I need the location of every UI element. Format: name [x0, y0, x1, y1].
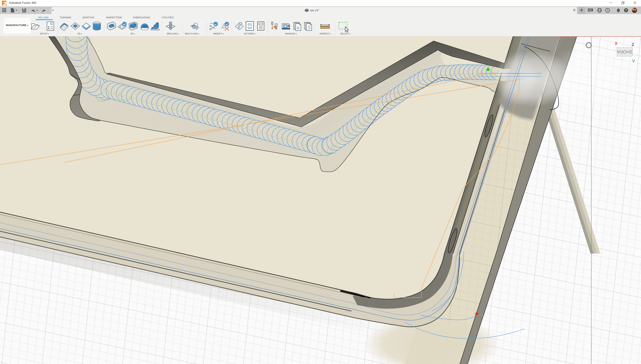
svg-text:xxx v1*: xxx v1*: [310, 9, 319, 12]
svg-text:G1: G1: [247, 22, 252, 26]
svg-text:G2: G2: [247, 26, 252, 30]
svg-text:Z: Z: [632, 42, 634, 47]
svg-text:SHORA: SHORA: [617, 50, 632, 54]
svg-text:X: X: [615, 41, 617, 46]
svg-text:?: ?: [625, 9, 627, 12]
svg-text:G: G: [297, 26, 299, 30]
svg-text:G: G: [50, 22, 53, 26]
